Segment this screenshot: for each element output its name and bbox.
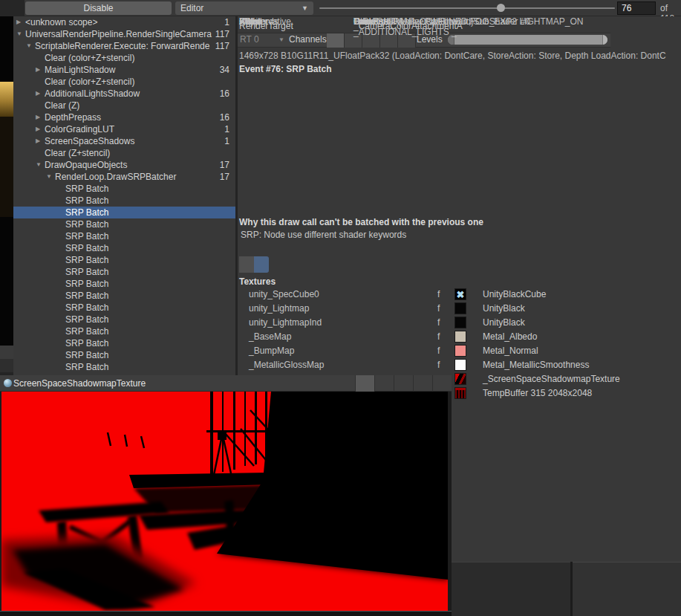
tree-row[interactable]: ▼ ScriptableRenderer.Execute: ForwardRen…: [13, 40, 235, 52]
tree-row[interactable]: SRP Batch: [13, 242, 235, 254]
preview-channel-button[interactable]: [394, 375, 413, 392]
tree-row[interactable]: SRP Batch: [13, 230, 235, 242]
event-tree: ▶ <unknown scope> 1 ▼ UniversalRenderPip…: [13, 16, 235, 375]
tree-row-label: SRP Batch: [65, 278, 234, 290]
preview-channel-button[interactable]: [432, 375, 452, 392]
tree-row-label: SRP Batch: [65, 218, 234, 230]
tree-row[interactable]: ▼ DrawOpaqueObjects 17: [13, 159, 235, 171]
preview-channel-button[interactable]: [374, 375, 394, 392]
tree-row-label: UniversalRenderPipeline.RenderSingleCame…: [25, 28, 234, 40]
texture-row[interactable]: unity_LightmapInd f UnityBlack: [238, 317, 681, 331]
texture-flag: f: [437, 359, 440, 372]
texture-row[interactable]: _MetallicGlossMap f Metal_MetallicSmooth…: [238, 359, 681, 373]
texture-preview-window: ScreenSpaceShadowmapTexture: [0, 375, 452, 616]
preview-titlebar[interactable]: ScreenSpaceShadowmapTexture: [0, 375, 452, 392]
tree-expand-arrow-icon[interactable]: ▼: [46, 171, 55, 183]
tree-row-label: SRP Batch: [65, 325, 234, 337]
texture-row[interactable]: unity_Lightmap f UnityBlack: [238, 302, 681, 317]
detail-tab[interactable]: [239, 256, 254, 273]
tree-row[interactable]: Clear (color+Z+stencil): [13, 76, 235, 88]
tree-row[interactable]: ▶ ColorGradingLUT 1: [13, 123, 235, 135]
tree-row[interactable]: SRP Batch: [13, 266, 235, 278]
tree-row[interactable]: SRP Batch: [13, 254, 235, 266]
tree-row[interactable]: ▶ MainLightShadow 34: [13, 64, 235, 76]
texture-row[interactable]: _BumpMap f Metal_Normal: [238, 345, 681, 359]
texture-row[interactable]: unity_SpecCube0 f UnityBlackCube: [238, 288, 681, 302]
texture-thumbnail: [454, 288, 466, 300]
tree-row[interactable]: SRP Batch: [13, 218, 235, 230]
backdrop-window-edge: [0, 359, 13, 372]
tree-row[interactable]: SRP Batch: [13, 290, 235, 302]
texture-flag: f: [437, 302, 440, 315]
tree-row[interactable]: SRP Batch: [13, 195, 235, 207]
tree-row[interactable]: SRP Batch: [13, 314, 235, 325]
surface-info: 1469x728 B10G11R11_UFloatPack32 (LoadAct…: [239, 51, 666, 61]
tree-expand-arrow-icon[interactable]: ▶: [36, 64, 45, 76]
tree-row-count: 1: [224, 16, 229, 28]
preview-right-border: [448, 392, 452, 611]
tree-row[interactable]: ▶ <unknown scope> 1: [13, 16, 235, 28]
tree-row[interactable]: SRP Batch: [13, 302, 235, 314]
tree-expand-arrow-icon[interactable]: ▶: [36, 111, 45, 123]
rt-select-dropdown[interactable]: RT 0: [240, 34, 259, 45]
texture-property-name: unity_SpecCube0: [249, 288, 319, 301]
tree-row-label: SRP Batch: [65, 254, 234, 266]
texture-flag: f: [437, 331, 440, 343]
frame-debugger-window: Disable Editor ▼ 76 of 118 ▶ <unknown sc…: [0, 0, 681, 616]
tree-row[interactable]: Clear (color+Z+stencil): [13, 52, 235, 64]
target-selector-label: Editor: [180, 3, 203, 13]
tree-row[interactable]: ▶ ScreenSpaceShadows 1: [13, 135, 235, 147]
preview-title: ScreenSpaceShadowmapTexture: [13, 378, 146, 389]
tree-row[interactable]: SRP Batch: [13, 183, 235, 195]
tree-row[interactable]: SRP Batch: [13, 325, 235, 337]
tree-row-label: SRP Batch: [65, 349, 234, 361]
background-panel: [449, 562, 570, 616]
texture-row[interactable]: _BaseMap f Metal_Albedo: [238, 331, 681, 345]
texture-thumbnail: [454, 331, 466, 343]
tree-expand-arrow-icon[interactable]: ▶: [36, 123, 45, 135]
tree-row[interactable]: SRP Batch: [13, 337, 235, 349]
frame-slider[interactable]: [319, 7, 615, 9]
tree-row-count: 34: [220, 64, 229, 76]
tree-row[interactable]: Clear (Z+stencil): [13, 147, 235, 159]
tree-expand-arrow-icon[interactable]: ▼: [16, 28, 25, 40]
tree-expand-arrow-icon[interactable]: ▶: [36, 135, 45, 147]
texture-asset-name: Metal_Albedo: [483, 331, 537, 343]
tree-row-label: <unknown scope>: [25, 16, 234, 28]
tree-row[interactable]: ▼ UniversalRenderPipeline.RenderSingleCa…: [13, 28, 235, 40]
tree-row[interactable]: ▶ AdditionalLightsShadow 16: [13, 88, 235, 100]
tree-row[interactable]: Clear (Z): [13, 100, 235, 111]
detail-tab[interactable]: [254, 256, 269, 273]
backdrop-window-edge: [0, 346, 13, 359]
batching-title: Why this draw call can't be batched with…: [239, 217, 483, 227]
tree-row[interactable]: SRP Batch: [13, 361, 235, 373]
texture-flag: f: [437, 288, 440, 301]
textures-header: Textures: [239, 276, 276, 287]
tree-expand-arrow-icon[interactable]: ▼: [26, 40, 35, 52]
texture-asset-name: _ScreenSpaceShadowmapTexture: [483, 373, 620, 386]
tree-row[interactable]: SRP Batch: [13, 207, 235, 218]
target-selector-dropdown[interactable]: Editor ▼: [175, 1, 313, 15]
preview-channel-button[interactable]: [413, 375, 432, 392]
channel-button[interactable]: [327, 33, 345, 48]
tree-expand-arrow-icon[interactable]: ▼: [36, 159, 45, 171]
tree-expand-arrow-icon[interactable]: ▶: [16, 16, 25, 28]
tree-row-count: 17: [220, 171, 229, 183]
backdrop-object: [0, 82, 13, 117]
frame-number-field[interactable]: 76: [617, 1, 656, 15]
tree-row[interactable]: SRP Batch: [13, 278, 235, 290]
tree-row[interactable]: ▶ DepthPrepass 16: [13, 111, 235, 123]
tree-row[interactable]: ▼ RenderLoop.DrawSRPBatcher 17: [13, 171, 235, 183]
frame-slider-handle[interactable]: [497, 4, 505, 12]
state-label: Conservative: [239, 16, 291, 27]
texture-asset-name: Metal_Normal: [483, 345, 538, 357]
disable-button[interactable]: Disable: [25, 1, 172, 15]
shadowmap-preview-image: [1, 392, 448, 611]
tree-expand-arrow-icon[interactable]: ▶: [36, 88, 45, 100]
texture-property-name: unity_LightmapInd: [249, 317, 322, 329]
tree-row-count: 17: [220, 159, 229, 171]
tree-row-label: Clear (Z): [45, 100, 234, 111]
tree-row[interactable]: SRP Batch: [13, 349, 235, 361]
texture-property-name: _BaseMap: [249, 331, 291, 343]
preview-channel-button[interactable]: [355, 375, 374, 392]
